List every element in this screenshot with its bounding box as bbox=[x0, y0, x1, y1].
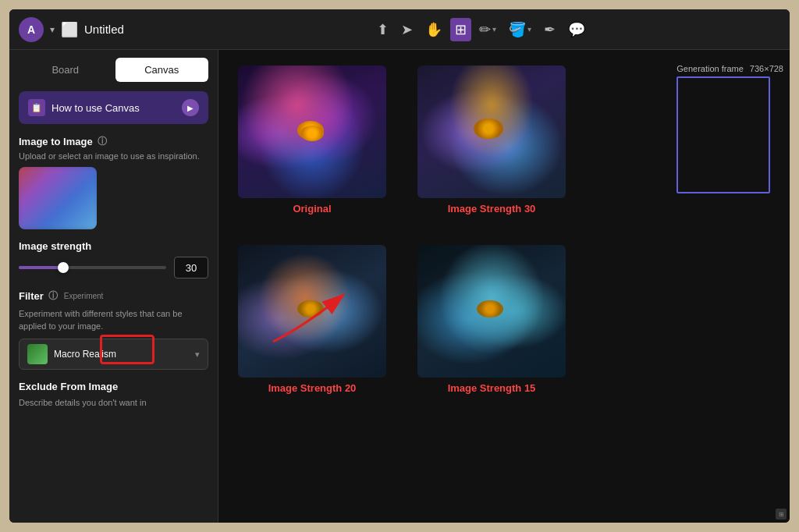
how-to-banner[interactable]: 📋 How to use Canvas ▶ bbox=[19, 91, 208, 124]
toolbar: A ▾ ⬜ Untitled ⬆ ➤ ✋ ⊞ ✏▾ 🪣▾ ✒ 💬 bbox=[9, 9, 790, 50]
tab-canvas[interactable]: Canvas bbox=[115, 58, 209, 82]
scrollbar-corner[interactable]: ⊞ bbox=[776, 509, 787, 520]
generation-frame-label: Generation frame bbox=[676, 64, 744, 73]
cursor-icon[interactable]: ➤ bbox=[396, 18, 417, 41]
canvas-images-grid: Original Image Strength 30 Image Strengt… bbox=[234, 66, 570, 401]
strength20-image[interactable] bbox=[238, 245, 386, 378]
exclude-desc: Describe details you don't want in bbox=[19, 397, 208, 409]
original-label: Original bbox=[293, 203, 331, 215]
page-icon[interactable]: ⬜ bbox=[61, 21, 78, 38]
canvas-image-strength30: Image Strength 30 bbox=[414, 66, 570, 222]
original-image[interactable] bbox=[238, 66, 386, 198]
strength20-label: Image Strength 20 bbox=[268, 382, 357, 394]
filter-chevron-icon: ▾ bbox=[195, 349, 200, 360]
strength-slider[interactable] bbox=[19, 266, 166, 269]
sidebar-tabs: Board Canvas bbox=[9, 50, 218, 82]
filter-value: Macro Realism bbox=[54, 349, 189, 360]
play-button[interactable]: ▶ bbox=[182, 99, 199, 116]
image-to-image-label: Image to Image ⓘ bbox=[19, 135, 208, 148]
canvas-image-strength15: Image Strength 15 bbox=[414, 245, 570, 401]
comment-icon[interactable]: 💬 bbox=[563, 18, 590, 41]
logo-dropdown-icon[interactable]: ▾ bbox=[50, 24, 55, 35]
canvas-icon: 📋 bbox=[28, 99, 45, 116]
slider-fill bbox=[19, 266, 63, 269]
image-strength-section: Image strength 30 bbox=[19, 240, 208, 278]
canvas-image-original: Original bbox=[234, 66, 390, 222]
toolbar-center: ⬆ ➤ ✋ ⊞ ✏▾ 🪣▾ ✒ 💬 bbox=[181, 18, 780, 41]
image-upload-area[interactable] bbox=[19, 167, 97, 229]
main-content: Board Canvas 📋 How to use Canvas ▶ Image… bbox=[9, 50, 790, 523]
generation-frame: Generation frame 736×728 bbox=[676, 64, 783, 193]
hand-icon[interactable]: ✋ bbox=[421, 18, 447, 41]
filter-help-icon[interactable]: ⓘ bbox=[48, 289, 58, 303]
filter-section: Filter ⓘ Experiment Experiment with diff… bbox=[19, 289, 208, 370]
canvas-image-strength20: Image Strength 20 bbox=[234, 245, 390, 401]
filter-thumbnail bbox=[27, 344, 48, 364]
sidebar-body: 📋 How to use Canvas ▶ Image to Image ⓘ U… bbox=[9, 82, 218, 419]
filter-desc: Experiment with different styles that ca… bbox=[19, 308, 208, 332]
image-to-image-section: Image to Image ⓘ Upload or select an ima… bbox=[19, 135, 208, 229]
canvas-area[interactable]: Original Image Strength 30 Image Strengt… bbox=[218, 50, 790, 523]
app-window: A ▾ ⬜ Untitled ⬆ ➤ ✋ ⊞ ✏▾ 🪣▾ ✒ 💬 Board C… bbox=[9, 9, 790, 523]
image-to-image-help-icon[interactable]: ⓘ bbox=[98, 135, 107, 148]
strength-slider-row: 30 bbox=[19, 257, 208, 278]
sidebar: Board Canvas 📋 How to use Canvas ▶ Image… bbox=[9, 50, 218, 523]
strength15-image[interactable] bbox=[417, 245, 566, 378]
strength-value-box[interactable]: 30 bbox=[174, 257, 208, 278]
tool-group-actions: ⬆ ➤ ✋ ⊞ ✏▾ 🪣▾ ✒ 💬 bbox=[372, 18, 590, 41]
tab-board[interactable]: Board bbox=[19, 58, 112, 82]
fill-icon[interactable]: 🪣▾ bbox=[504, 18, 536, 41]
slider-thumb[interactable] bbox=[58, 262, 69, 273]
how-to-label: How to use Canvas bbox=[51, 102, 176, 114]
filter-label: Filter ⓘ Experiment bbox=[19, 289, 208, 303]
logo-button[interactable]: A bbox=[19, 17, 44, 42]
export-icon[interactable]: ⬆ bbox=[372, 18, 393, 41]
strength30-label: Image Strength 30 bbox=[448, 203, 536, 215]
toolbar-left: A ▾ ⬜ Untitled bbox=[19, 17, 175, 42]
strength15-label: Image Strength 15 bbox=[448, 382, 536, 394]
upload-preview bbox=[19, 167, 97, 229]
document-title[interactable]: Untitled bbox=[84, 23, 124, 36]
image-strength-label: Image strength bbox=[19, 240, 208, 252]
exclude-label: Exclude From Image bbox=[19, 381, 208, 392]
generation-frame-box[interactable] bbox=[676, 76, 770, 193]
select-icon[interactable]: ⊞ bbox=[450, 18, 471, 41]
filter-experiment-badge: Experiment bbox=[64, 292, 104, 300]
filter-dropdown[interactable]: Macro Realism ▾ bbox=[19, 339, 208, 370]
generation-frame-size: 736×728 bbox=[750, 64, 783, 73]
strength30-image[interactable] bbox=[417, 66, 566, 198]
pen-icon[interactable]: ✏▾ bbox=[474, 18, 501, 41]
edit-icon[interactable]: ✒ bbox=[539, 18, 560, 41]
image-to-image-desc: Upload or select an image to use as insp… bbox=[19, 151, 208, 162]
exclude-section: Exclude From Image Describe details you … bbox=[19, 381, 208, 409]
